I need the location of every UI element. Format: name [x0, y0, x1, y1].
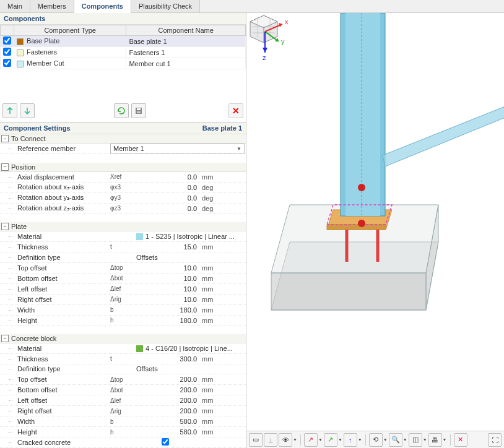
concrete-offset-row: Right offset Δrig 200.0 mm	[0, 406, 246, 416]
row-checkbox[interactable]	[3, 48, 11, 56]
move-up-button[interactable]	[2, 103, 17, 118]
prop-value[interactable]: 0.0	[134, 173, 201, 181]
component-type: Base Plate	[27, 37, 59, 45]
col-type[interactable]: Component Type	[14, 25, 126, 36]
axis-z-label: z	[263, 54, 266, 61]
material-value[interactable]: 4 - C16/20 | Isotropic | Line...	[134, 345, 246, 352]
prop-label: Definition type	[0, 254, 110, 261]
col-name[interactable]: Component Name	[126, 25, 246, 36]
group-label: Plate	[11, 223, 27, 230]
position-row: Rotation about y₃-axis φy3 0.0 deg	[0, 193, 246, 204]
axis-x-label: x	[285, 18, 289, 25]
prop-value[interactable]: 0.0	[134, 205, 201, 212]
prop-value[interactable]: 0.0	[134, 194, 201, 202]
view-axes-z-icon[interactable]: ↑	[344, 433, 357, 447]
group-plate[interactable]: − Plate	[0, 222, 246, 231]
prop-value[interactable]: 180.0	[134, 306, 201, 314]
group-concrete[interactable]: − Concrete block	[0, 334, 246, 343]
tab-main[interactable]: Main	[0, 0, 30, 12]
group-to-connect[interactable]: − To Connect	[0, 134, 246, 144]
view-rotate-icon[interactable]: ⟲	[369, 433, 383, 447]
collapse-icon[interactable]: −	[1, 135, 9, 142]
view-axes-y-icon[interactable]: ↗	[324, 433, 337, 447]
view-zoom-icon[interactable]: 🔍	[389, 433, 402, 447]
prop-unit: mm	[201, 275, 225, 282]
row-checkbox[interactable]	[3, 59, 11, 67]
group-position[interactable]: − Position	[0, 163, 246, 172]
plate-offset-row: Right offset Δrig 10.0 mm	[0, 295, 246, 305]
prop-value[interactable]: 10.0	[134, 285, 201, 293]
material-text: 1 - S235 | Isotropic | Linear ...	[146, 233, 235, 240]
prop-label: Height	[0, 428, 110, 436]
prop-value[interactable]: 200.0	[134, 407, 201, 415]
component-name: Base plate 1	[126, 36, 246, 47]
view-axes-x-icon[interactable]: ↗	[304, 433, 318, 447]
plate-offset-row: Left offset Δlef 10.0 mm	[0, 284, 246, 295]
collapse-icon[interactable]: −	[1, 223, 9, 230]
svg-rect-1	[137, 108, 141, 110]
prop-value[interactable]: Offsets	[134, 365, 246, 373]
concrete-offset-row: Bottom offset Δbot 200.0 mm	[0, 385, 246, 395]
view-eye-icon[interactable]: 👁	[279, 433, 292, 447]
prop-label: Definition type	[0, 365, 110, 373]
material-value[interactable]: 1 - S235 | Isotropic | Linear ...	[134, 233, 246, 240]
prop-value[interactable]: 200.0	[134, 397, 201, 404]
prop-unit: mm	[201, 418, 225, 425]
table-row[interactable]: Member Cut Member cut 1	[1, 58, 246, 69]
prop-value[interactable]: 580.0	[134, 428, 201, 436]
table-row[interactable]: Fasteners Fasteners 1	[1, 47, 246, 58]
view-cube-icon[interactable]: ◫	[409, 433, 422, 447]
viewport-3d[interactable]: x y z	[246, 13, 504, 431]
prop-symbol: Xref	[110, 173, 134, 180]
prop-unit: mm	[201, 407, 225, 415]
view-print-icon[interactable]: 🖶	[428, 433, 442, 447]
row-checkbox[interactable]	[3, 37, 11, 45]
tab-members[interactable]: Members	[30, 0, 74, 12]
component-type: Fasteners	[27, 48, 57, 56]
prop-unit: mm	[201, 306, 225, 314]
tab-plausibility[interactable]: Plausibility Check	[131, 0, 200, 12]
prop-value[interactable]: 200.0	[134, 376, 201, 383]
delete-button[interactable]: ✕	[228, 103, 243, 118]
view-measure-icon[interactable]: ⟂	[264, 433, 277, 447]
prop-symbol: h	[110, 429, 134, 436]
prop-unit: mm	[201, 173, 225, 181]
prop-value[interactable]: 15.0	[134, 243, 201, 251]
prop-value[interactable]: 180.0	[134, 317, 201, 324]
view-select-icon[interactable]: ▭	[249, 433, 263, 447]
prop-symbol: Δlef	[110, 397, 134, 404]
prop-label: Rotation about z₃-axis	[0, 204, 110, 212]
view-close-icon[interactable]: ✕	[454, 433, 467, 447]
table-row[interactable]: Base Plate Base plate 1	[1, 36, 246, 47]
prop-value[interactable]: Offsets	[134, 254, 246, 261]
prop-value[interactable]: 10.0	[134, 296, 201, 303]
prop-unit: mm	[201, 397, 225, 404]
prop-value[interactable]: 580.0	[134, 418, 201, 425]
prop-value[interactable]: 200.0	[134, 386, 201, 394]
components-toolbar: ✕	[0, 100, 246, 123]
svg-marker-5	[271, 273, 426, 310]
col-check	[1, 25, 14, 36]
prop-value[interactable]: 10.0	[134, 275, 201, 282]
prop-symbol: Δbot	[110, 387, 134, 394]
ref-member-dropdown[interactable]: Member 1 ▼	[110, 144, 245, 153]
view-expand-icon[interactable]: ⛶	[488, 433, 502, 447]
cracked-checkbox[interactable]	[162, 438, 169, 446]
collapse-icon[interactable]: −	[1, 163, 9, 171]
prop-value[interactable]: 10.0	[134, 264, 201, 272]
prop-unit: mm	[201, 285, 225, 293]
prop-unit: mm	[201, 355, 225, 363]
save-button[interactable]	[131, 103, 146, 118]
material-swatch	[136, 345, 143, 352]
prop-value[interactable]: 0.0	[134, 184, 201, 191]
move-down-button[interactable]	[20, 103, 35, 118]
row-concrete-thickness: Thickness t 300.0 mm	[0, 354, 246, 364]
prop-unit: mm	[201, 386, 225, 394]
axes-triad: x y z	[246, 13, 296, 62]
prop-symbol: b	[110, 418, 134, 425]
refresh-button[interactable]	[114, 103, 129, 118]
model-view	[246, 13, 504, 426]
collapse-icon[interactable]: −	[1, 335, 9, 342]
prop-value[interactable]: 300.0	[134, 355, 201, 363]
tab-components[interactable]: Components	[74, 0, 131, 13]
